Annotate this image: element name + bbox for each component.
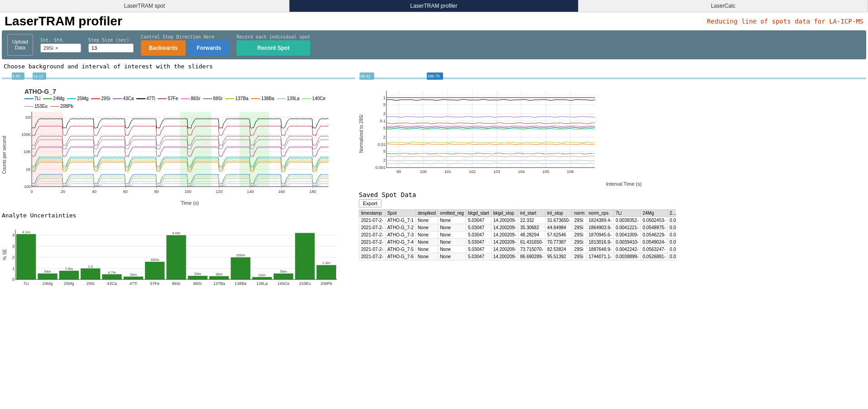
record-spot-button[interactable]: Record Spot: [236, 40, 310, 56]
table-cell-r4-c6: 73.715070-: [518, 246, 545, 253]
table-col-norm-cps: norm_cps: [587, 210, 614, 217]
app-header: LaserTRAM profiler Reducing line of spot…: [0, 12, 868, 30]
main-chart-container: ATHO-G_7 7Li24Mg25Mg29Si43Ca47Ti57Fe86Sr…: [2, 86, 355, 207]
table-cell-r1-c10: 0.0041221-: [613, 224, 641, 231]
table-cell-r3-c10: 0.0039410-: [613, 239, 641, 246]
legend-item-208Pb: 208Pb: [50, 104, 73, 109]
backwards-button[interactable]: Backwards: [141, 40, 186, 56]
table-cell-r3-c4: 5.03047: [466, 239, 491, 246]
table-cell-r2-c7: 57.62546: [545, 231, 572, 239]
table-cell-r1-c6: 35.30682: [518, 224, 545, 231]
table-cell-r2-c10: 0.0041009-: [613, 231, 641, 239]
y-axis-label: Counts per second: [2, 136, 7, 174]
int-std-section: Int. Std. 29Si ×: [40, 38, 81, 53]
table-cell-r4-c9: 1887648.9-: [587, 246, 614, 253]
table-cell-r2-c0: 2021-07-2-: [359, 231, 386, 239]
table-col-int-stop: int_stop: [545, 210, 572, 217]
x-axis-label: Time (s): [2, 200, 355, 207]
legend-item-43Ca: 43Ca: [113, 96, 134, 101]
table-cell-r2-c11: 0.0546229-: [641, 231, 668, 239]
table-cell-r0-c1: ATHO-G_7-1: [385, 217, 415, 224]
legend-item-138Ba: 138Ba: [251, 96, 274, 101]
table-cell-r5-c2: None: [416, 253, 438, 260]
right-x-axis-label: Interval Time (s): [359, 181, 866, 188]
record-section: Record each individual spot Record Spot: [236, 34, 310, 56]
table-cell-r5-c4: 5.03047: [466, 253, 491, 260]
left-slider-area[interactable]: 4.93 14.11: [2, 72, 355, 85]
table-cell-r4-c0: 2021-07-2-: [359, 246, 386, 253]
table-cell-r0-c11: 0.0502453-: [641, 217, 668, 224]
int-std-value: 29Si: [43, 45, 53, 51]
table-cell-r0-c9: 1824389.4-: [587, 217, 614, 224]
table-col-7Li: 7Li: [613, 210, 641, 217]
step-size-input[interactable]: [88, 43, 134, 53]
table-cell-r5-c11: 0.0526881-: [641, 253, 668, 260]
table-cell-r2-c4: 5.03047: [466, 231, 491, 239]
table-cell-r0-c4: 5.03047: [466, 217, 491, 224]
table-cell-r0-c7: 31.673650-: [545, 217, 572, 224]
legend-item-25Mg: 25Mg: [67, 96, 88, 101]
table-row: 2021-07-2-ATHO-G_7-3NoneNone5.0304714.20…: [359, 231, 676, 239]
table-cell-r4-c3: None: [438, 246, 466, 253]
table-cell-r2-c6: 48.28294: [518, 231, 545, 239]
table-cell-r4-c7: 82.53824: [545, 246, 572, 253]
table-cell-r3-c8: 29Si: [572, 239, 587, 246]
table-cell-r3-c3: None: [438, 239, 466, 246]
analyte-title: Analyte Uncertainties: [2, 211, 355, 221]
right-chart-wrapper: Normalized to 29Si: [359, 86, 866, 181]
table-cell-r1-c5: 14.200209-: [491, 224, 518, 231]
table-col-24Mg: 24Mg: [641, 210, 668, 217]
chart-wrapper: Counts per second: [2, 110, 355, 200]
legend-item-88Sr: 88Sr: [203, 96, 222, 101]
table-row: 2021-07-2-ATHO-G_7-4NoneNone5.0304714.20…: [359, 239, 676, 246]
table-cell-r4-c12: 0.00: [668, 246, 676, 253]
table-col-omitted-reg: omitted_reg: [438, 210, 466, 217]
table-col-bkgd-start: bkgd_start: [466, 210, 491, 217]
table-cell-r5-c10: 0.0038899-: [613, 253, 641, 260]
table-cell-r4-c8: 29Si: [572, 246, 587, 253]
table-cell-r3-c2: None: [416, 239, 438, 246]
legend-item-139La: 139La: [277, 96, 299, 101]
forwards-button[interactable]: Forwards: [188, 40, 229, 56]
chart-title: ATHO-G_7: [2, 86, 355, 95]
table-body: 2021-07-2-ATHO-G_7-1NoneNone5.0304714.20…: [359, 217, 676, 260]
table-cell-r1-c4: 5.03047: [466, 224, 491, 231]
table-cell-r4-c5: 14.200209-: [491, 246, 518, 253]
legend-item-24Mg: 24Mg: [43, 96, 64, 101]
table-cell-r4-c2: None: [416, 246, 438, 253]
legend-item-153Eu: 153Eu: [24, 104, 48, 109]
step-size-section: Step Size (sec): [88, 38, 134, 53]
table-cell-r4-c11: 0.0563247-: [641, 246, 668, 253]
table-cell-r1-c3: None: [438, 224, 466, 231]
int-std-clear-icon[interactable]: ×: [55, 45, 58, 51]
upload-data-button[interactable]: UploadData: [7, 34, 33, 56]
table-cell-r3-c5: 14.200209-: [491, 239, 518, 246]
table-cell-r0-c12: 0.00: [668, 217, 676, 224]
int-std-label: Int. Std.: [40, 38, 81, 43]
table-cell-r3-c1: ATHO-G_7-4: [385, 239, 415, 246]
main-layout: 4.93 14.11 ATHO-G_7 7Li24Mg25Mg29Si43Ca4…: [0, 72, 868, 293]
int-std-input[interactable]: 29Si ×: [40, 43, 81, 53]
table-cell-r1-c7: 44.64984: [545, 224, 572, 231]
right-y-axis-label: Normalized to 29Si: [359, 115, 364, 153]
table-scroll-container[interactable]: timestampSpotdespikedomitted_regbkgd_sta…: [359, 209, 676, 260]
table-col-int-start: int_start: [518, 210, 545, 217]
export-button[interactable]: Export: [359, 199, 381, 207]
table-row: 2021-07-2-ATHO-G_7-1NoneNone5.0304714.20…: [359, 217, 676, 224]
table-cell-r1-c8: 29Si: [572, 224, 587, 231]
table-col-timestamp: timestamp: [359, 210, 386, 217]
nav-tab-lasercalc[interactable]: LaserCalc: [579, 0, 868, 12]
app-subtitle: Reducing line of spots data for LA-ICP-M…: [707, 18, 863, 25]
table-cell-r0-c5: 14.200209-: [491, 217, 518, 224]
table-cell-r5-c5: 14.200209-: [491, 253, 518, 260]
nav-tab-lasertram-profiler[interactable]: LaserTRAM profiler: [289, 0, 579, 12]
right-slider-area[interactable]: 98.42 186.70: [359, 72, 866, 85]
legend-item-140Ce: 140Ce: [302, 96, 325, 101]
table-cell-r0-c10: 0.0038352-: [613, 217, 641, 224]
table-cell-r2-c12: 0.00: [668, 231, 676, 239]
svg-rect-0: [2, 77, 355, 79]
nav-tab-lasertram-spot[interactable]: LaserTRAM spot: [0, 0, 289, 12]
table-cell-r5-c3: None: [438, 253, 466, 260]
table-cell-r3-c12: 0.00: [668, 239, 676, 246]
direction-section: Control Step Direction Here Backwards Fo…: [141, 34, 229, 56]
